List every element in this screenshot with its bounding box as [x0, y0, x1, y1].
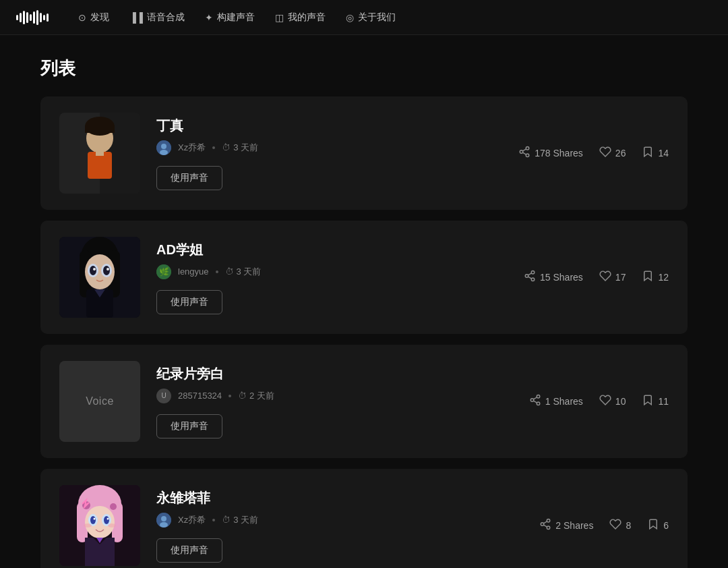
- voice-card-4: 永雏塔菲 Xz乔希 ⏱ 3 天前 使用声音: [40, 469, 688, 568]
- svg-point-28: [107, 268, 109, 271]
- card-body-4: 永雏塔菲 Xz乔希 ⏱ 3 天前 使用声音: [156, 489, 523, 563]
- svg-point-11: [526, 147, 529, 150]
- bookmarks-count-4: 6: [663, 520, 669, 531]
- meta-dot-1: [212, 146, 215, 149]
- author-avatar-2: 🌿: [156, 264, 171, 279]
- bookmark-icon-3: [642, 394, 654, 409]
- card-thumbnail-4: [59, 485, 140, 566]
- meta-dot-2: [216, 271, 218, 273]
- likes-stat-1: 26: [599, 146, 626, 161]
- card-meta-3: U 285715324 ⏱ 2 天前: [156, 389, 513, 403]
- svg-point-34: [531, 278, 535, 281]
- page-title: 列表: [40, 57, 688, 80]
- share-icon-4: [539, 518, 551, 533]
- voice-card-3: Voice 纪录片旁白 U 285715324 ⏱ 2 天前 使用声音: [40, 345, 688, 458]
- svg-point-55: [107, 518, 109, 520]
- bookmarks-stat-3: 11: [642, 394, 669, 409]
- svg-line-15: [523, 149, 526, 151]
- avatar-img-4: [156, 513, 171, 528]
- nav-about-label: 关于我们: [358, 11, 396, 24]
- svg-point-60: [160, 522, 168, 528]
- svg-point-52: [90, 516, 96, 524]
- use-voice-btn-3[interactable]: 使用声音: [156, 414, 222, 438]
- nav-discover-label: 发现: [90, 11, 109, 24]
- like-icon-2: [599, 270, 611, 285]
- svg-rect-5: [85, 126, 115, 133]
- card-meta-2: 🌿 lengyue ⏱ 3 天前: [156, 264, 508, 279]
- svg-point-56: [84, 523, 92, 528]
- like-icon-3: [599, 394, 611, 409]
- nav-items: ⊙ 发现 ▐▐ 语音合成 ✦ 构建声音 ◫ 我的声音 ◎ 关于我们: [70, 7, 712, 28]
- nav-discover[interactable]: ⊙ 发现: [70, 7, 117, 28]
- share-icon-3: [529, 394, 541, 409]
- shares-count-4: 2 Shares: [555, 520, 593, 531]
- nav-tts[interactable]: ▐▐ 语音合成: [121, 7, 193, 28]
- card-title-3: 纪录片旁白: [156, 365, 513, 383]
- use-voice-btn-2[interactable]: 使用声音: [156, 290, 222, 314]
- svg-point-26: [103, 266, 110, 275]
- svg-point-53: [104, 516, 109, 524]
- clock-icon-2: ⏱: [225, 266, 234, 277]
- author-name-2: lengyue: [178, 266, 209, 277]
- thumbnail-image-4: [59, 485, 140, 566]
- shares-stat-3: 1 Shares: [529, 394, 583, 409]
- nav-myvoice[interactable]: ◫ 我的声音: [267, 7, 334, 28]
- svg-point-48: [110, 503, 117, 510]
- use-voice-btn-1[interactable]: 使用声音: [156, 166, 222, 190]
- share-icon-1: [518, 146, 530, 161]
- svg-line-35: [528, 277, 531, 279]
- likes-count-1: 26: [615, 148, 626, 159]
- card-stats-1: 178 Shares 26 14: [518, 146, 669, 161]
- author-name-1: Xz乔希: [178, 142, 206, 154]
- svg-point-54: [94, 518, 96, 520]
- shares-stat-1: 178 Shares: [518, 146, 583, 161]
- card-body-2: AD学姐 🌿 lengyue ⏱ 3 天前 使用声音: [156, 241, 508, 314]
- bookmarks-stat-2: 12: [642, 270, 669, 285]
- card-body-1: 丁真 Xz乔希 ⏱ 3 天前 使用声音: [156, 117, 502, 190]
- use-voice-btn-4[interactable]: 使用声音: [156, 538, 222, 563]
- build-icon: ✦: [205, 12, 213, 23]
- svg-point-27: [93, 268, 96, 271]
- share-icon-2: [524, 270, 536, 285]
- svg-point-39: [537, 402, 540, 405]
- meta-dot-3: [229, 395, 231, 397]
- likes-stat-4: 8: [609, 518, 631, 533]
- shares-stat-2: 15 Shares: [524, 270, 583, 285]
- card-stats-4: 2 Shares 8 6: [539, 518, 669, 533]
- logo[interactable]: [16, 9, 49, 26]
- clock-icon-3: ⏱: [238, 391, 247, 401]
- shares-count-1: 178 Shares: [535, 148, 583, 159]
- likes-count-3: 10: [615, 396, 626, 407]
- bookmarks-count-1: 14: [658, 148, 669, 159]
- navbar: ⊙ 发现 ▐▐ 语音合成 ✦ 构建声音 ◫ 我的声音 ◎ 关于我们: [0, 0, 728, 35]
- author-avatar-4: [156, 513, 171, 528]
- card-title-4: 永雏塔菲: [156, 489, 523, 507]
- nav-tts-label: 语音合成: [147, 11, 185, 24]
- svg-point-37: [537, 395, 540, 399]
- clock-icon-4: ⏱: [222, 515, 231, 525]
- svg-point-12: [520, 150, 523, 154]
- bookmarks-stat-4: 6: [647, 518, 669, 533]
- likes-count-2: 17: [615, 272, 626, 283]
- meta-dot-4: [212, 519, 215, 521]
- meta-time-3: ⏱ 2 天前: [238, 390, 274, 402]
- card-thumbnail-2: [59, 237, 140, 318]
- card-title-2: AD学姐: [156, 241, 508, 259]
- meta-time-4: ⏱ 3 天前: [222, 514, 258, 526]
- shares-count-2: 15 Shares: [540, 272, 583, 283]
- svg-point-10: [160, 150, 168, 155]
- svg-point-13: [526, 154, 529, 157]
- bookmark-icon-4: [647, 518, 659, 533]
- card-stats-2: 15 Shares 17 12: [524, 270, 669, 285]
- author-avatar-1: [156, 140, 171, 155]
- nav-about[interactable]: ◎ 关于我们: [338, 7, 404, 28]
- author-name-3: 285715324: [178, 391, 222, 401]
- card-title-1: 丁真: [156, 117, 502, 135]
- nav-build[interactable]: ✦ 构建声音: [197, 7, 263, 28]
- card-meta-4: Xz乔希 ⏱ 3 天前: [156, 513, 523, 528]
- svg-point-33: [525, 275, 528, 278]
- voice-placeholder-label: Voice: [86, 395, 114, 407]
- bookmark-icon-2: [642, 270, 654, 285]
- svg-point-63: [547, 526, 551, 530]
- svg-line-64: [544, 525, 547, 527]
